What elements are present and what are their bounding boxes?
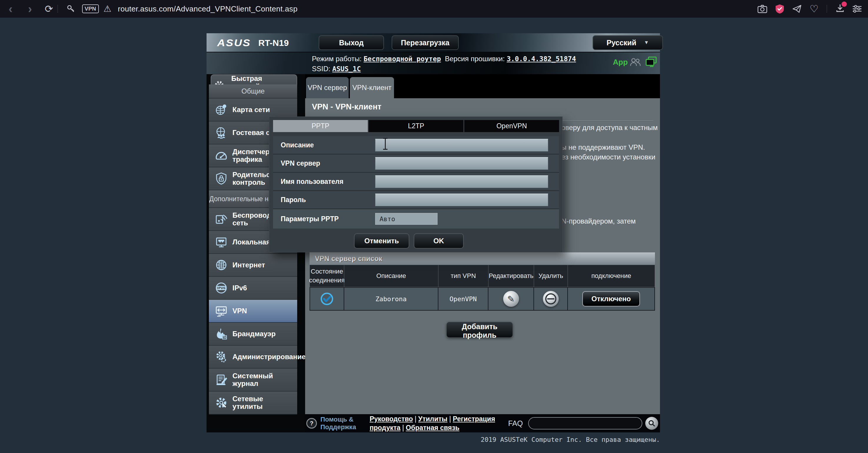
asus-logo: ASUS <box>217 37 251 49</box>
network-tools-icon <box>214 396 228 410</box>
field-row-description: Описание <box>273 136 559 155</box>
cell-connection: Отключено <box>568 287 655 311</box>
cell-vpn-type: OpenVPN <box>438 287 489 311</box>
ssid-link[interactable]: ASUS_1C <box>332 65 361 73</box>
clients-people-icon[interactable] <box>629 57 641 68</box>
cell-description: Zaborona <box>344 287 438 311</box>
sidebar-item-wan[interactable]: Интернет <box>209 254 297 277</box>
tab-vpn-server[interactable]: VPN сервер <box>306 77 349 98</box>
dialog-tab-pptp[interactable]: PPTP <box>273 120 368 132</box>
faq-search-input[interactable] <box>528 417 642 429</box>
bookmarks-heart-icon[interactable]: ♡ <box>810 0 818 18</box>
description-input[interactable] <box>375 139 548 152</box>
description-label: Описание <box>273 141 375 149</box>
cell-edit: ✎ <box>489 287 534 311</box>
operation-mode-label: Режим работы: <box>312 55 362 63</box>
site-key-icon[interactable] <box>66 4 75 13</box>
utilities-link[interactable]: Утилиты <box>418 415 447 423</box>
magnifier-icon <box>648 419 656 427</box>
browser-forward-icon[interactable]: › <box>24 0 36 18</box>
browser-reload-icon[interactable]: ⟳ <box>45 0 53 18</box>
network-map-icon <box>214 103 228 117</box>
delete-button[interactable] <box>543 291 559 307</box>
vpn-server-list-table: VPN сервер список Состояние соединения О… <box>310 252 655 311</box>
share-send-icon[interactable] <box>792 4 802 13</box>
infobar-line1: Режим работы: Беспроводной роутер Версия… <box>312 55 576 63</box>
description-fragment-3: ез необходимости установки <box>561 153 655 161</box>
reboot-button[interactable]: Перезагрузка <box>392 35 459 50</box>
app-link[interactable]: App <box>613 58 628 67</box>
pencil-icon: ✎ <box>507 294 515 304</box>
downloads-icon[interactable] <box>836 4 844 14</box>
system-log-icon <box>214 373 228 387</box>
administration-gear-icon <box>214 350 228 364</box>
sidebar-section-general: Общие <box>209 85 297 99</box>
guest-network-icon <box>214 126 228 140</box>
tab-vpn-client[interactable]: VPN-клиент <box>350 77 394 98</box>
browser-back-icon[interactable]: ‹ <box>5 0 17 18</box>
language-selector[interactable]: Русский ▼ <box>593 35 663 50</box>
browser-settings-sliders-icon[interactable] <box>852 4 862 13</box>
description-fragment-1: рверу для доступа к частным <box>561 124 658 132</box>
firmware-label: Версия прошивки: <box>445 55 505 63</box>
field-row-pptp-options: Параметры PPTP Авто <box>273 209 559 229</box>
add-profile-button[interactable]: Добавить профиль <box>446 322 513 338</box>
server-list-title: VPN сервер список <box>310 252 655 265</box>
vpn-server-input[interactable] <box>375 157 548 170</box>
sidebar-item-ipv6[interactable]: IPV6 IPv6 <box>209 277 297 300</box>
help-footer: ? Помощь & Поддержка Руководство|Утилиты… <box>305 414 660 432</box>
sidebar-item-vpn[interactable]: VPN <box>209 300 297 323</box>
site-warning-icon[interactable]: ⚠ <box>103 0 112 18</box>
chevron-down-icon: ▼ <box>644 40 649 45</box>
description-fragment-2: ы не поддерживают VPN. <box>561 143 645 152</box>
dialog-tab-openvpn[interactable]: OpenVPN <box>464 120 559 132</box>
password-label: Пароль <box>273 196 375 204</box>
connection-toggle-button[interactable]: Отключено <box>582 291 640 306</box>
vpn-profile-dialog: PPTP L2TP OpenVPN Описание VPN сервер Им… <box>269 117 563 252</box>
firmware-version-link[interactable]: 3.0.0.4.382_51874 <box>507 55 576 63</box>
sidebar-item-network-tools[interactable]: Сетевые утилиты <box>209 391 297 415</box>
col-description: Описание <box>344 265 438 287</box>
firewall-flame-icon <box>214 327 228 341</box>
username-label: Имя пользователя <box>273 178 375 186</box>
manual-link[interactable]: Руководство <box>370 415 413 423</box>
language-value: Русский <box>607 38 637 47</box>
dialog-tab-l2tp[interactable]: L2TP <box>369 120 463 132</box>
download-notification-dot <box>841 1 847 7</box>
help-question-icon: ? <box>306 418 317 429</box>
vpn-tabbar: VPN сервер VPN-клиент <box>305 74 660 98</box>
sidebar-item-system-log[interactable]: Системный журнал <box>209 368 297 391</box>
screenshot-camera-icon[interactable] <box>757 4 767 13</box>
address-bar-url[interactable]: router.asus.com/Advanced_VPNClient_Conte… <box>118 4 298 13</box>
logout-button[interactable]: Выход <box>319 35 384 50</box>
faq-search-button[interactable] <box>645 417 658 430</box>
server-list-row: Zaborona OpenVPN ✎ Отключено <box>310 287 655 311</box>
traffic-manager-gauge-icon <box>214 149 228 163</box>
edit-button[interactable]: ✎ <box>503 291 519 307</box>
username-input[interactable] <box>375 175 548 188</box>
parental-controls-shield-icon <box>214 171 228 186</box>
field-row-password: Пароль <box>273 191 559 209</box>
cancel-button[interactable]: Отменить <box>354 233 409 249</box>
sidebar-item-administration[interactable]: Администрирование <box>209 346 297 368</box>
router-infobar: Режим работы: Беспроводной роутер Версия… <box>207 52 660 74</box>
page-title: VPN - VPN-клиент <box>312 102 381 111</box>
cell-delete <box>534 287 568 311</box>
sidebar-item-firewall[interactable]: Брандмауэр <box>209 323 297 346</box>
lan-icon <box>214 235 228 249</box>
ssid-label: SSID: <box>312 65 331 73</box>
protect-shield-icon[interactable] <box>775 4 784 14</box>
col-connection-status: Состояние соединения <box>310 265 344 287</box>
browser-vpn-badge[interactable]: VPN <box>82 4 99 13</box>
operation-mode-link[interactable]: Беспроводной роутер <box>364 55 441 63</box>
description-fragment-4: N-провайдером, затем <box>561 217 636 225</box>
field-row-vpn-server: VPN сервер <box>273 155 559 173</box>
pptp-options-select[interactable]: Авто <box>375 213 437 225</box>
dual-screen-icon[interactable] <box>645 56 657 68</box>
status-check-icon <box>320 292 334 305</box>
browser-toolbar: ‹ › ⟳ VPN ⚠ router.asus.com/Advanced_VPN… <box>0 0 868 18</box>
password-input[interactable] <box>375 194 548 206</box>
internet-globe-icon <box>214 258 228 272</box>
ok-button[interactable]: OK <box>414 233 464 249</box>
feedback-link[interactable]: Обратная связь <box>406 424 459 431</box>
